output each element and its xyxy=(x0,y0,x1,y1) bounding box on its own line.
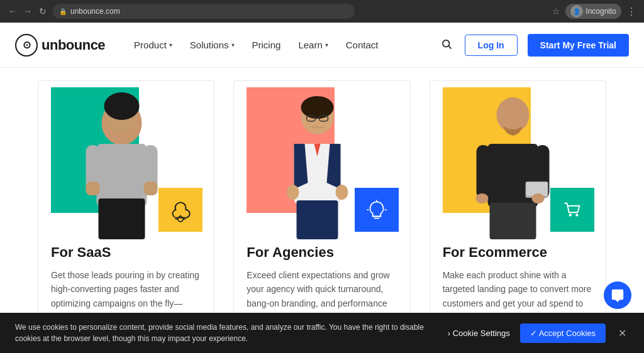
cookie-banner: We use cookies to personalize content, p… xyxy=(0,313,644,353)
card-ecommerce-title: For Ecommerce xyxy=(443,244,593,261)
logo-icon: ⊙ xyxy=(15,34,38,57)
svg-point-39 xyxy=(575,214,578,216)
nav-learn-label: Learn xyxy=(298,40,322,50)
card-saas: For SaaS Get those leads pouring in by c… xyxy=(38,80,214,353)
nav-contact[interactable]: Contact xyxy=(337,23,387,68)
card-agencies: For Agencies Exceed client expectations … xyxy=(233,80,410,353)
svg-point-29 xyxy=(497,97,530,133)
back-button[interactable]: ← xyxy=(8,6,18,16)
nav-product-label: Product xyxy=(134,40,167,50)
learn-chevron-icon: ▾ xyxy=(325,41,328,48)
browser-menu-button[interactable]: ⋮ xyxy=(626,6,636,18)
card-ecommerce-image xyxy=(430,81,606,232)
svg-point-37 xyxy=(532,193,545,204)
person-ecommerce xyxy=(466,89,560,232)
browser-right-icons: ☆ 👤 Incognito ⋮ xyxy=(552,4,636,19)
incognito-label: Incognito xyxy=(586,7,616,16)
svg-rect-8 xyxy=(98,198,145,239)
cookie-accept-button[interactable]: ✓ Accept Cookies xyxy=(520,323,606,343)
card-agencies-image xyxy=(234,81,409,232)
refresh-button[interactable]: ↻ xyxy=(38,6,48,16)
svg-rect-31 xyxy=(477,145,491,198)
icon-box-cloud xyxy=(158,188,203,232)
nav-solutions-label: Solutions xyxy=(190,40,229,50)
cookie-close-button[interactable]: ✕ xyxy=(616,325,629,342)
cards-grid: For SaaS Get those leads pouring in by c… xyxy=(38,80,606,353)
person-agencies xyxy=(270,89,364,232)
nav-pricing-label: Pricing xyxy=(252,40,281,50)
icon-box-lightbulb xyxy=(355,188,399,232)
svg-point-38 xyxy=(569,214,572,216)
chat-button[interactable] xyxy=(604,281,631,309)
search-button[interactable] xyxy=(438,36,455,55)
cookie-settings-label: Cookie Settings xyxy=(453,329,510,338)
card-saas-image xyxy=(38,81,214,232)
nav-solutions[interactable]: Solutions ▾ xyxy=(181,23,243,68)
nav-pricing[interactable]: Pricing xyxy=(243,23,290,68)
solutions-chevron-icon: ▾ xyxy=(231,41,235,48)
logo-link[interactable]: ⊙ unbounce xyxy=(15,34,105,57)
lock-icon: 🔒 xyxy=(59,8,67,15)
svg-point-16 xyxy=(301,96,333,119)
svg-line-1 xyxy=(448,46,451,48)
svg-rect-35 xyxy=(490,203,536,239)
cookie-text: We use cookies to personalize content, p… xyxy=(15,322,438,344)
cookie-settings-button[interactable]: › Cookie Settings xyxy=(448,329,510,338)
browser-chrome: ← → ↻ 🔒 unbounce.com ☆ 👤 Incognito ⋮ xyxy=(0,0,644,23)
svg-point-23 xyxy=(335,185,348,200)
svg-point-0 xyxy=(443,40,450,47)
login-button[interactable]: Log In xyxy=(465,35,518,56)
person-saas xyxy=(74,89,169,232)
svg-point-36 xyxy=(476,193,489,204)
card-saas-title: For SaaS xyxy=(51,244,201,261)
svg-point-22 xyxy=(286,185,299,200)
card-agencies-title: For Agencies xyxy=(247,244,397,261)
incognito-avatar: 👤 xyxy=(570,5,583,18)
nav-contact-label: Contact xyxy=(346,40,379,50)
navbar: ⊙ unbounce Product ▾ Solutions ▾ Pricing… xyxy=(0,23,644,68)
logo-text: unbounce xyxy=(42,37,105,53)
forward-button[interactable]: → xyxy=(23,6,33,16)
nav-right: Log In Start My Free Trial xyxy=(438,34,629,57)
url-text: unbounce.com xyxy=(70,7,120,16)
svg-rect-10 xyxy=(143,182,157,195)
incognito-indicator: 👤 Incognito xyxy=(565,4,621,19)
address-bar[interactable]: 🔒 unbounce.com xyxy=(53,4,355,19)
cookie-settings-chevron: › xyxy=(448,329,450,338)
nav-links: Product ▾ Solutions ▾ Pricing Learn ▾ Co… xyxy=(125,23,438,68)
nav-learn[interactable]: Learn ▾ xyxy=(289,23,336,68)
card-ecommerce: For Ecommerce Make each product shine wi… xyxy=(430,80,606,353)
icon-box-cart xyxy=(550,188,594,232)
product-chevron-icon: ▾ xyxy=(169,41,172,48)
main-content: For SaaS Get those leads pouring in by c… xyxy=(0,68,644,353)
svg-rect-21 xyxy=(296,200,338,239)
star-icon[interactable]: ☆ xyxy=(552,6,560,16)
svg-point-4 xyxy=(104,92,139,120)
svg-rect-9 xyxy=(86,182,99,195)
svg-rect-5 xyxy=(96,144,147,207)
nav-product[interactable]: Product ▾ xyxy=(125,23,181,68)
trial-button[interactable]: Start My Free Trial xyxy=(528,34,629,57)
